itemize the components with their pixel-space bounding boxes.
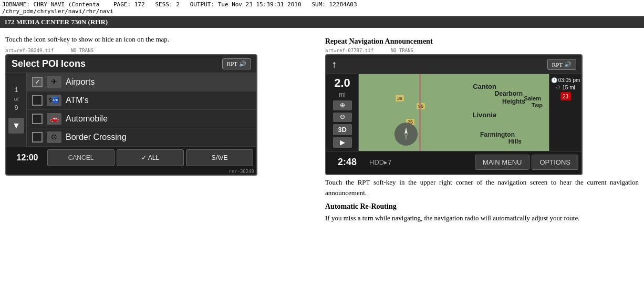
scale-plus-btn[interactable]: ⊕	[333, 100, 352, 110]
map-right-info-panel: 🕐 03:05 pm ⏱ 15 mi 23	[549, 74, 581, 151]
right-column: Repeat Navigation Announcement art=ref-0…	[322, 34, 639, 227]
poi-icon-airports: ✈	[47, 76, 61, 88]
city-canton-label: Canton	[473, 83, 496, 90]
map-bottom-time: 2:48	[329, 154, 365, 171]
nav-bottom-bar: 12:00 CANCEL ✓ ALL SAVE	[6, 147, 256, 168]
rpt-button[interactable]: RPT 🔊	[222, 58, 251, 69]
all-button[interactable]: ✓ ALL	[117, 149, 184, 166]
section-title-text: 172 MEDIA CENTER 730N (RHR)	[4, 18, 108, 26]
map-screen-header: ↑ RPT 🔊	[326, 55, 581, 74]
poi-icon-atms: $🏧	[47, 95, 61, 106]
city-twp-label: Twp	[532, 102, 543, 108]
poi-row-airports[interactable]: ✈ Airports	[27, 73, 256, 92]
road-label-39: 39	[396, 95, 404, 101]
poi-label-airports: Airports	[66, 77, 95, 87]
header-sess: SESS: 2	[155, 1, 179, 8]
left-column: Touch the icon soft-key to show or hide …	[5, 34, 322, 227]
map-distance-value: 2.0	[334, 77, 350, 89]
time-display: 12:00	[9, 150, 45, 166]
map-screen: ↑ RPT 🔊 2.0 mi ⊕ ⊖ 3D ▶	[325, 54, 583, 175]
svg-marker-0	[404, 127, 408, 134]
hdd-label: HDD▸7	[367, 158, 473, 166]
cancel-button[interactable]: CANCEL	[47, 149, 115, 166]
city-heights-label: Heights	[502, 98, 525, 105]
save-button[interactable]: SAVE	[186, 149, 253, 166]
city-salem-label: Salem	[524, 95, 541, 101]
map-time-value: 03:05 pm	[558, 77, 580, 83]
page-of: of	[14, 96, 18, 102]
header-jobname: JOBNAME: CHRY NAVI (Contenta	[2, 1, 99, 8]
play-btn[interactable]: ▶	[333, 137, 352, 148]
auto-routing-text: If you miss a turn while navigating, the…	[325, 213, 639, 223]
poi-checkbox-automobile[interactable]	[32, 114, 43, 124]
page-layout: Touch the icon soft-key to show or hide …	[0, 31, 644, 230]
section-title-bar: 172 MEDIA CENTER 730N (RHR)	[0, 16, 644, 28]
poi-row-atms[interactable]: $🏧 ATM's	[27, 92, 256, 110]
poi-list: ✈ Airports $🏧 ATM's 🚗 Automobile	[27, 73, 256, 147]
map-dist-display: 15 mi	[562, 85, 575, 90]
map-left-info-panel: 2.0 mi ⊕ ⊖ 3D ▶	[326, 74, 359, 151]
header-page: PAGE: 172	[113, 1, 145, 8]
auto-routing-title: Automatic Re-Routing	[325, 202, 639, 211]
rer-label-left: rer-38249	[6, 168, 256, 175]
left-body-text: Touch the icon soft-key to show or hide …	[5, 34, 314, 45]
map-area: Canton Dearborn Heights Livonia Salem Tw…	[359, 74, 549, 151]
poi-label-automobile: Automobile	[66, 114, 108, 124]
city-farmington-label: Farmington	[480, 131, 515, 138]
rer-label-right: rer-07787	[326, 173, 581, 175]
page-total: 9	[15, 104, 18, 111]
clock-row: 🕐 03:05 pm	[551, 77, 580, 83]
poi-row-automobile[interactable]: 🚗 Automobile	[27, 110, 256, 128]
svg-marker-1	[404, 134, 408, 141]
route-badge: 23	[560, 92, 571, 100]
header-output: OUTPUT: Tue Nov 23 15:39:31 2010	[190, 1, 302, 8]
left-art-label: art=ref-38249.tif NO TRANS	[5, 48, 314, 53]
nav-screen-left: Select POI Icons RPT 🔊 1 of 9 ▼	[5, 54, 257, 176]
turn-arrow-icon: ↑	[331, 58, 337, 70]
header-sum: SUM: 12284A03	[311, 1, 357, 8]
route-line	[419, 74, 421, 151]
poi-icon-border-crossing: ⊙	[47, 131, 61, 143]
nav-screen-title: Select POI Icons	[12, 58, 86, 69]
poi-icon-automobile: 🚗	[47, 113, 61, 125]
right-body-text: Touch the RPT soft-key in the upper righ…	[325, 177, 639, 198]
poi-label-atms: ATM's	[66, 96, 89, 105]
nav-screen-header: Select POI Icons RPT 🔊	[6, 55, 256, 73]
clock-row-2: ⏱ 15 mi	[556, 85, 575, 90]
map-rpt-button[interactable]: RPT 🔊	[547, 59, 576, 70]
pagination-side: 1 of 9 ▼	[6, 73, 27, 147]
main-menu-button[interactable]: MAIN MENU	[475, 155, 529, 170]
compass-icon	[394, 123, 418, 146]
header-path: /chry_pdm/chrysler/navi/rhr/navi	[2, 8, 113, 15]
poi-label-border-crossing: Border Crossing	[66, 133, 127, 142]
map-bottom-bar: 2:48 HDD▸7 MAIN MENU OPTIONS	[326, 151, 581, 173]
city-livonia-label: Livonia	[472, 111, 496, 119]
header-bar: JOBNAME: CHRY NAVI (Contenta PAGE: 172 S…	[0, 0, 644, 16]
down-arrow-button[interactable]: ▼	[8, 118, 24, 134]
page-num-1: 1	[15, 86, 18, 94]
poi-checkbox-airports[interactable]	[32, 77, 43, 87]
options-button[interactable]: OPTIONS	[532, 155, 578, 170]
nav-body: 1 of 9 ▼ ✈ Airports $🏧	[6, 73, 256, 147]
3d-btn[interactable]: 3D	[333, 124, 352, 135]
poi-checkbox-atms[interactable]	[32, 95, 43, 106]
map-body: 2.0 mi ⊕ ⊖ 3D ▶ Canton Dearborn Heights …	[326, 74, 581, 151]
map-unit: mi	[339, 91, 346, 98]
poi-checkbox-border-crossing[interactable]	[32, 132, 43, 143]
scale-minus-btn[interactable]: ⊖	[333, 113, 352, 123]
poi-row-border-crossing[interactable]: ⊙ Border Crossing	[27, 128, 256, 147]
city-hills-label: Hills	[508, 138, 522, 145]
right-art-label: art=ref-07787.tif NO TRANS	[325, 48, 639, 53]
right-section-title: Repeat Navigation Announcement	[325, 37, 639, 46]
city-dearborn-label: Dearborn	[495, 90, 523, 97]
